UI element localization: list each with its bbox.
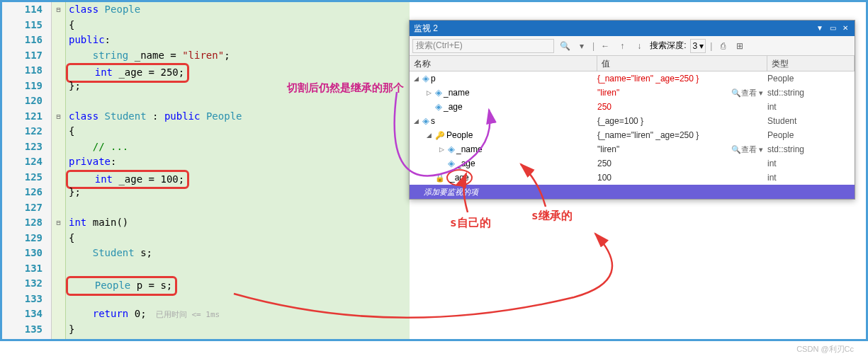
nav-next-icon[interactable]: ↑ — [616, 40, 629, 52]
watch-columns-header[interactable]: 名称 值 类型 — [410, 56, 855, 71]
watch-row[interactable]: ◈ _age250int — [410, 100, 855, 114]
line-gutter: 1141151161171181191201211221231241251261… — [2, 2, 52, 339]
watch-row[interactable]: ◈ _age250int — [410, 156, 855, 171]
clear-icon[interactable]: ▾ — [575, 40, 588, 52]
nav-prev-icon[interactable]: ← — [599, 40, 611, 52]
watch-row[interactable]: ◢🔑 People{_name="liren" _age=250 }People — [410, 128, 855, 142]
col-type[interactable]: 类型 — [767, 56, 855, 71]
code-editor: 1141151161171181191201211221231241251261… — [2, 2, 410, 339]
nav-down-icon[interactable]: ↓ — [633, 40, 646, 52]
watch-row[interactable]: 🔒 _age100int — [410, 171, 855, 185]
maximize-icon[interactable]: ▭ — [828, 23, 838, 33]
search-input[interactable]: 搜索(Ctrl+E) — [412, 39, 554, 53]
watch-panel: 监视 2 ▼ ▭ ✕ 搜索(Ctrl+E) 🔍 ▾ | ← ↑ ↓ 搜索深度: … — [409, 20, 855, 200]
watch-toolbar: 搜索(Ctrl+E) 🔍 ▾ | ← ↑ ↓ 搜索深度: 3▾ | ⎙ ⊞ — [410, 36, 855, 56]
col-name[interactable]: 名称 — [410, 56, 597, 71]
watch-titlebar[interactable]: 监视 2 ▼ ▭ ✕ — [410, 21, 855, 36]
watch-row[interactable]: ◢◈ s{_age=100 }Student — [410, 114, 855, 128]
watch-rows[interactable]: ◢◈ p{_name="liren" _age=250 }People▷◈ _n… — [410, 71, 855, 185]
watch-title-text: 监视 2 — [414, 21, 438, 36]
add-watch-row[interactable]: 添加要监视的项 — [410, 185, 855, 199]
close-icon[interactable]: ✕ — [840, 23, 850, 33]
code-body[interactable]: class People{public: string _name = "lir… — [66, 2, 410, 339]
depth-select[interactable]: 3▾ — [690, 39, 706, 53]
watch-row[interactable]: ▷◈ _name"liren"🔍查看 ▾std::string — [410, 142, 855, 156]
watch-row[interactable]: ▷◈ _name"liren"🔍查看 ▾std::string — [410, 86, 855, 100]
col-value[interactable]: 值 — [597, 56, 767, 71]
watch-row[interactable]: ◢◈ p{_name="liren" _age=250 }People — [410, 71, 855, 86]
watermark: CSDN @利刃Cc — [796, 344, 854, 355]
depth-label: 搜索深度: — [650, 40, 686, 52]
search-icon[interactable]: 🔍 — [558, 40, 571, 52]
tool-icon-1[interactable]: ⎙ — [716, 40, 729, 52]
dropdown-icon[interactable]: ▼ — [815, 23, 825, 33]
fold-column[interactable]: ⊟⊟⊟ — [52, 2, 66, 339]
tool-icon-2[interactable]: ⊞ — [733, 40, 746, 52]
